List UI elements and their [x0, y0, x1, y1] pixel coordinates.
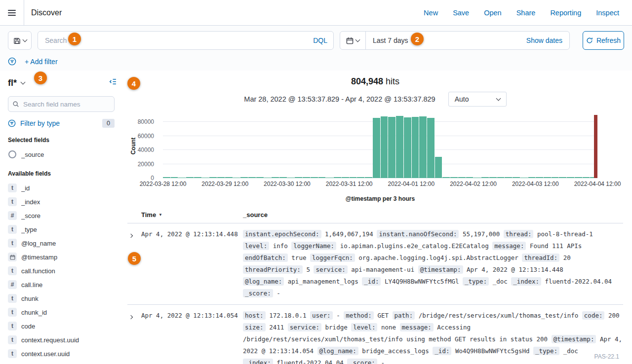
field-item-_index[interactable]: t_index — [8, 195, 115, 209]
histogram-bar[interactable] — [217, 177, 225, 178]
field-item-endOfBatch[interactable]: endOfBatch — [8, 361, 115, 364]
histogram-bar[interactable] — [357, 177, 364, 178]
histogram-bar[interactable] — [396, 116, 403, 178]
histogram-bar[interactable] — [474, 178, 481, 178]
field-name: context.request.uuid — [21, 336, 79, 344]
histogram-bar[interactable] — [481, 177, 489, 178]
histogram-bar[interactable] — [404, 117, 411, 178]
field-key: _type: — [463, 277, 489, 286]
histogram-bar[interactable] — [583, 177, 590, 178]
add-filter-link[interactable]: + Add filter — [25, 58, 58, 66]
histogram-bar[interactable] — [178, 178, 186, 178]
histogram-bar[interactable] — [497, 177, 505, 178]
histogram-bar[interactable] — [458, 177, 466, 178]
histogram-bar[interactable] — [264, 178, 272, 178]
nav-open[interactable]: Open — [484, 9, 501, 17]
column-header-source[interactable]: _source — [243, 211, 623, 218]
histogram-bar[interactable] — [442, 177, 450, 178]
field-item-_source[interactable]: _source — [8, 147, 115, 161]
histogram-bar[interactable] — [163, 177, 170, 178]
histogram-bar[interactable] — [287, 178, 295, 178]
histogram-bar[interactable] — [388, 117, 395, 178]
dql-toggle[interactable]: DQL — [308, 36, 327, 44]
histogram-bar[interactable] — [334, 177, 341, 178]
histogram-bar[interactable] — [186, 177, 194, 178]
field-item-@timestamp[interactable]: @timestamp — [8, 250, 115, 264]
nav-share[interactable]: Share — [516, 9, 536, 17]
expand-row-button[interactable] — [127, 310, 141, 320]
field-search-input[interactable] — [8, 96, 115, 112]
histogram-bar[interactable] — [575, 177, 582, 178]
field-item-context.request.uuid[interactable]: tcontext.request.uuid — [8, 333, 115, 347]
field-item-_type[interactable]: t_type — [8, 222, 115, 236]
field-item-_id[interactable]: t_id — [8, 181, 115, 195]
histogram-bar[interactable] — [326, 178, 333, 178]
histogram-bar[interactable] — [311, 177, 318, 178]
field-item-context.user.uuid[interactable]: tcontext.user.uuid — [8, 347, 115, 361]
histogram-bar[interactable] — [412, 117, 419, 178]
histogram-bar[interactable] — [342, 177, 349, 178]
histogram-bar[interactable] — [536, 177, 543, 178]
histogram-bar[interactable] — [209, 177, 217, 178]
field-item-@log_name[interactable]: t@log_name — [8, 236, 115, 250]
field-item-_score[interactable]: #_score — [8, 209, 115, 222]
histogram-bar[interactable] — [544, 177, 551, 178]
histogram-bar[interactable] — [513, 177, 520, 178]
search-bar: DQL — [38, 31, 334, 50]
histogram-bar[interactable] — [350, 177, 357, 178]
histogram-bar[interactable] — [240, 177, 248, 178]
nav-new[interactable]: New — [424, 9, 438, 17]
histogram-bar[interactable] — [489, 177, 497, 178]
nav-inspect[interactable]: Inspect — [596, 9, 619, 17]
histogram-bar[interactable] — [303, 177, 310, 178]
histogram-bar[interactable] — [559, 177, 566, 178]
field-value: /bridge/rest/services/xuml/thomas_test/i… — [419, 312, 579, 319]
field-item-call.line[interactable]: #call.line — [8, 278, 115, 291]
histogram-bar[interactable] — [295, 177, 302, 178]
nav-save[interactable]: Save — [453, 9, 469, 17]
histogram-bar[interactable] — [466, 177, 474, 178]
histogram-bar[interactable] — [233, 178, 240, 178]
histogram-bar[interactable] — [450, 177, 458, 178]
histogram-bar[interactable] — [381, 116, 388, 178]
nav-reporting[interactable]: Reporting — [550, 9, 581, 17]
column-header-time[interactable]: Time ▼ — [141, 211, 243, 218]
histogram-bar[interactable] — [365, 177, 372, 178]
histogram-bar[interactable] — [225, 177, 233, 178]
histogram-bar[interactable] — [528, 177, 536, 178]
search-input[interactable] — [44, 36, 308, 45]
histogram-bar[interactable] — [427, 118, 434, 178]
refresh-button[interactable]: Refresh — [583, 31, 624, 50]
histogram-bar[interactable] — [505, 177, 512, 178]
hits-count: 804,948 hits — [127, 76, 623, 87]
histogram-bar[interactable] — [552, 177, 559, 178]
calendar-button[interactable] — [340, 32, 366, 49]
histogram-bar[interactable] — [279, 177, 287, 178]
field-value: GET — [377, 312, 389, 319]
histogram-bar[interactable] — [318, 177, 326, 178]
filter-by-type-button[interactable]: Filter by type 0 — [8, 119, 115, 128]
histogram-bar[interactable] — [272, 177, 279, 178]
histogram-bar[interactable] — [567, 177, 574, 178]
hamburger-menu-button[interactable] — [0, 0, 24, 25]
time-range-value[interactable]: Last 7 days — [366, 36, 408, 44]
field-item-code[interactable]: tcode — [8, 319, 115, 333]
histogram-bar[interactable] — [435, 157, 442, 178]
histogram-bar[interactable] — [202, 178, 209, 178]
interval-select[interactable]: Auto — [448, 92, 507, 107]
collapse-sidebar-button[interactable] — [108, 77, 117, 87]
histogram-bar[interactable] — [248, 177, 256, 178]
field-item-chunk[interactable]: tchunk — [8, 291, 115, 305]
histogram-bar[interactable] — [256, 177, 264, 178]
show-dates-link[interactable]: Show dates — [526, 36, 569, 44]
field-item-call.function[interactable]: tcall.function — [8, 264, 115, 278]
field-item-chunk_id[interactable]: tchunk_id — [8, 305, 115, 319]
histogram-bar[interactable] — [373, 118, 380, 178]
saved-query-button[interactable] — [8, 31, 32, 50]
histogram-bar[interactable] — [171, 177, 178, 178]
index-pattern-selector[interactable]: fl* — [8, 78, 17, 88]
histogram-bar[interactable] — [520, 178, 528, 178]
expand-row-button[interactable] — [127, 228, 141, 239]
histogram-bar[interactable] — [419, 116, 427, 178]
histogram-bar[interactable] — [194, 177, 201, 178]
